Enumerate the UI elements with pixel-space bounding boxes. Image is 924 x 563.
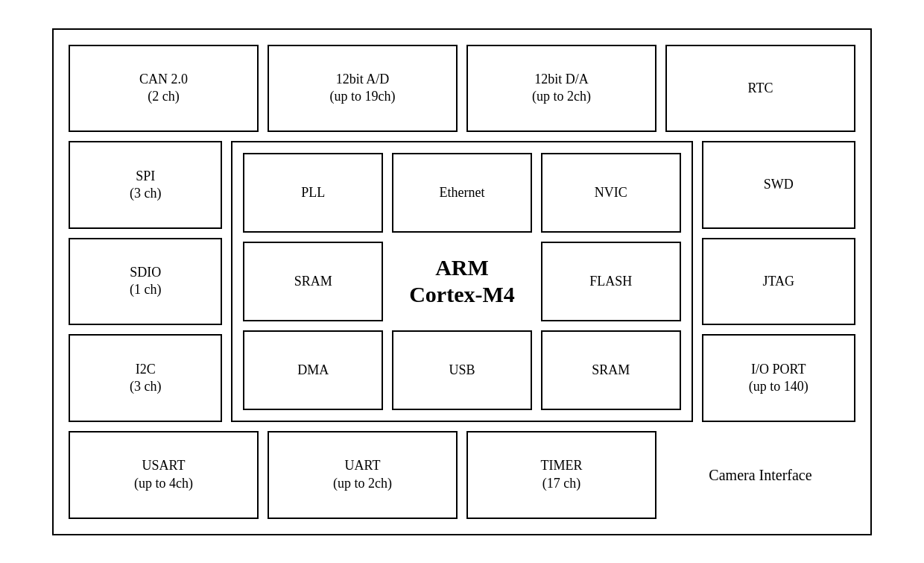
timer-block: TIMER (17 ch) — [466, 431, 656, 519]
top-row: CAN 2.0 (2 ch) 12bit A/D (up to 19ch) 12… — [69, 45, 855, 133]
sram2-block: SRAM — [541, 330, 681, 410]
dac-label: 12bit D/A (up to 2ch) — [532, 71, 591, 106]
i2c-label: I2C (3 ch) — [130, 361, 161, 396]
sram2-label: SRAM — [592, 362, 630, 378]
ioport-block: I/O PORT (up to 140) — [702, 334, 855, 422]
spi-label: SPI (3 ch) — [130, 168, 161, 203]
swd-block: SWD — [702, 141, 855, 229]
i2c-block: I2C (3 ch) — [69, 334, 222, 422]
bottom-row: USART (up to 4ch) UART (up to 2ch) TIMER… — [69, 431, 855, 519]
usart-label: USART (up to 4ch) — [134, 457, 193, 492]
sram1-block: SRAM — [243, 242, 383, 321]
rtc-block: RTC — [665, 45, 855, 133]
ioport-label: I/O PORT (up to 140) — [749, 361, 808, 396]
can-block: CAN 2.0 (2 ch) — [69, 45, 259, 133]
camera-block: Camera Interface — [665, 431, 855, 519]
camera-label: Camera Interface — [709, 465, 811, 485]
usart-block: USART (up to 4ch) — [69, 431, 259, 519]
spi-block: SPI (3 ch) — [69, 141, 222, 229]
pll-block: PLL — [243, 153, 383, 233]
jtag-block: JTAG — [702, 238, 855, 326]
sram1-label: SRAM — [294, 274, 332, 289]
uart-block: UART (up to 2ch) — [268, 431, 458, 519]
diagram-container: CAN 2.0 (2 ch) 12bit A/D (up to 19ch) 12… — [52, 28, 872, 535]
timer-label: TIMER (17 ch) — [540, 457, 582, 492]
jtag-label: JTAG — [763, 273, 795, 290]
arm-center-cell — [392, 242, 532, 321]
can-label: CAN 2.0 (2 ch) — [139, 71, 188, 106]
flash-label: FLASH — [589, 274, 632, 289]
sdio-block: SDIO (1 ch) — [69, 238, 222, 326]
arm-box: PLL Ethernet NVIC SRAM FLASH DMA USB — [231, 141, 692, 422]
rtc-label: RTC — [748, 80, 773, 97]
nvic-block: NVIC — [541, 153, 681, 233]
ethernet-label: Ethernet — [439, 185, 484, 201]
uart-label: UART (up to 2ch) — [333, 457, 392, 492]
right-column: SWD JTAG I/O PORT (up to 140) — [702, 141, 855, 422]
dma-block: DMA — [243, 330, 383, 410]
adc-block: 12bit A/D (up to 19ch) — [268, 45, 458, 133]
swd-label: SWD — [764, 176, 794, 193]
left-column: SPI (3 ch) SDIO (1 ch) I2C (3 ch) — [69, 141, 222, 422]
ethernet-block: Ethernet — [392, 153, 532, 233]
dma-label: DMA — [297, 362, 329, 378]
usb-block: USB — [392, 330, 532, 410]
middle-section: SPI (3 ch) SDIO (1 ch) I2C (3 ch) PLL Et… — [69, 141, 855, 422]
flash-block: FLASH — [541, 242, 681, 321]
dac-block: 12bit D/A (up to 2ch) — [466, 45, 656, 133]
pll-label: PLL — [301, 185, 325, 201]
nvic-label: NVIC — [595, 185, 627, 201]
adc-label: 12bit A/D (up to 19ch) — [329, 71, 395, 106]
usb-label: USB — [449, 362, 475, 378]
sdio-label: SDIO (1 ch) — [130, 264, 161, 299]
